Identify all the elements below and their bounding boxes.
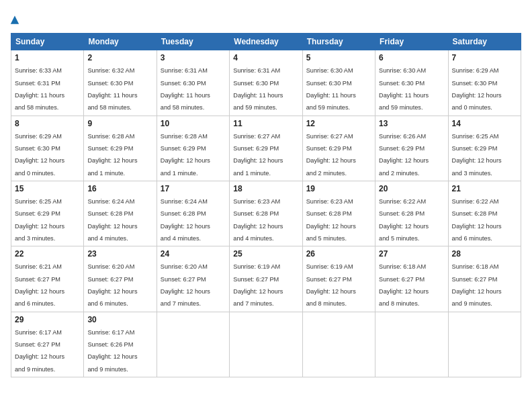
calendar-cell: 17 Sunrise: 6:24 AMSunset: 6:28 PMDaylig…: [157, 181, 229, 246]
day-number: 17: [161, 184, 226, 193]
calendar-cell: 14 Sunrise: 6:25 AMSunset: 6:29 PMDaylig…: [448, 116, 521, 181]
day-number: 26: [306, 249, 371, 259]
day-info: Sunrise: 6:26 AMSunset: 6:29 PMDaylight:…: [379, 133, 429, 177]
day-number: 5: [306, 53, 371, 62]
day-number: 9: [87, 119, 152, 128]
calendar-cell: 4 Sunrise: 6:31 AMSunset: 6:30 PMDayligh…: [230, 50, 302, 116]
calendar-cell: 12 Sunrise: 6:27 AMSunset: 6:29 PMDaylig…: [302, 116, 375, 181]
calendar-cell: 3 Sunrise: 6:31 AMSunset: 6:30 PMDayligh…: [157, 50, 229, 116]
calendar-cell: 29 Sunrise: 6:17 AMSunset: 6:27 PMDaylig…: [11, 312, 84, 377]
weekday-header-wednesday: Wednesday: [230, 34, 302, 50]
day-info: Sunrise: 6:24 AMSunset: 6:28 PMDaylight:…: [161, 198, 210, 242]
calendar-cell: 21 Sunrise: 6:22 AMSunset: 6:28 PMDaylig…: [448, 181, 521, 246]
calendar-cell: [302, 312, 375, 377]
day-number: 19: [306, 184, 371, 193]
day-info: Sunrise: 6:29 AMSunset: 6:30 PMDaylight:…: [452, 67, 502, 111]
day-number: 18: [233, 184, 298, 193]
day-number: 3: [161, 53, 226, 62]
calendar-cell: [157, 312, 229, 377]
weekday-header-sunday: Sunday: [11, 34, 84, 50]
day-number: 15: [15, 184, 80, 193]
header: ▴: [11, 11, 521, 28]
day-info: Sunrise: 6:30 AMSunset: 6:30 PMDaylight:…: [306, 67, 356, 111]
day-number: 8: [15, 119, 80, 128]
day-info: Sunrise: 6:20 AMSunset: 6:27 PMDaylight:…: [87, 263, 137, 307]
day-info: Sunrise: 6:21 AMSunset: 6:27 PMDaylight:…: [15, 263, 64, 307]
day-number: 27: [379, 249, 444, 259]
calendar-cell: 24 Sunrise: 6:20 AMSunset: 6:27 PMDaylig…: [157, 246, 229, 312]
calendar-cell: 5 Sunrise: 6:30 AMSunset: 6:30 PMDayligh…: [302, 50, 375, 116]
calendar-cell: 26 Sunrise: 6:19 AMSunset: 6:27 PMDaylig…: [302, 246, 375, 312]
day-info: Sunrise: 6:25 AMSunset: 6:29 PMDaylight:…: [15, 198, 64, 242]
logo-bird-icon: ▴: [11, 11, 18, 28]
day-number: 29: [15, 315, 80, 324]
day-info: Sunrise: 6:32 AMSunset: 6:30 PMDaylight:…: [87, 67, 137, 111]
logo: ▴: [11, 11, 18, 28]
day-number: 14: [452, 119, 517, 128]
day-number: 24: [161, 249, 226, 259]
weekday-header-tuesday: Tuesday: [157, 34, 229, 50]
day-info: Sunrise: 6:17 AMSunset: 6:26 PMDaylight:…: [87, 329, 137, 373]
calendar-cell: 7 Sunrise: 6:29 AMSunset: 6:30 PMDayligh…: [448, 50, 521, 116]
calendar-cell: 16 Sunrise: 6:24 AMSunset: 6:28 PMDaylig…: [84, 181, 157, 246]
day-info: Sunrise: 6:27 AMSunset: 6:29 PMDaylight:…: [233, 133, 283, 177]
day-number: 22: [15, 249, 80, 259]
calendar-cell: 20 Sunrise: 6:22 AMSunset: 6:28 PMDaylig…: [375, 181, 448, 246]
day-number: 1: [15, 53, 80, 62]
calendar-cell: 18 Sunrise: 6:23 AMSunset: 6:28 PMDaylig…: [230, 181, 302, 246]
day-info: Sunrise: 6:17 AMSunset: 6:27 PMDaylight:…: [15, 329, 64, 373]
calendar-row: 29 Sunrise: 6:17 AMSunset: 6:27 PMDaylig…: [11, 312, 521, 377]
day-info: Sunrise: 6:31 AMSunset: 6:30 PMDaylight:…: [161, 67, 210, 111]
day-number: 12: [306, 119, 371, 128]
day-number: 10: [161, 119, 226, 128]
day-info: Sunrise: 6:22 AMSunset: 6:28 PMDaylight:…: [379, 198, 429, 242]
calendar-cell: 8 Sunrise: 6:29 AMSunset: 6:30 PMDayligh…: [11, 116, 84, 181]
calendar-cell: 23 Sunrise: 6:20 AMSunset: 6:27 PMDaylig…: [84, 246, 157, 312]
calendar-cell: 10 Sunrise: 6:28 AMSunset: 6:29 PMDaylig…: [157, 116, 229, 181]
day-number: 2: [87, 53, 152, 62]
weekday-header-saturday: Saturday: [448, 34, 521, 50]
day-number: 25: [233, 249, 298, 259]
day-info: Sunrise: 6:30 AMSunset: 6:30 PMDaylight:…: [379, 67, 429, 111]
day-number: 30: [87, 315, 152, 324]
calendar-cell: 1 Sunrise: 6:33 AMSunset: 6:31 PMDayligh…: [11, 50, 84, 116]
day-info: Sunrise: 6:25 AMSunset: 6:29 PMDaylight:…: [452, 133, 502, 177]
page: ▴ SundayMondayTuesdayWednesdayThursdayFr…: [0, 0, 532, 411]
day-number: 23: [87, 249, 152, 259]
calendar-row: 1 Sunrise: 6:33 AMSunset: 6:31 PMDayligh…: [11, 50, 521, 116]
day-info: Sunrise: 6:28 AMSunset: 6:29 PMDaylight:…: [87, 133, 137, 177]
day-info: Sunrise: 6:27 AMSunset: 6:29 PMDaylight:…: [306, 133, 356, 177]
weekday-header-row: SundayMondayTuesdayWednesdayThursdayFrid…: [11, 34, 521, 50]
calendar-cell: 19 Sunrise: 6:23 AMSunset: 6:28 PMDaylig…: [302, 181, 375, 246]
day-number: 11: [233, 119, 298, 128]
day-info: Sunrise: 6:23 AMSunset: 6:28 PMDaylight:…: [306, 198, 356, 242]
calendar-row: 8 Sunrise: 6:29 AMSunset: 6:30 PMDayligh…: [11, 116, 521, 181]
day-number: 16: [87, 184, 152, 193]
day-info: Sunrise: 6:33 AMSunset: 6:31 PMDaylight:…: [15, 67, 64, 111]
calendar-cell: 2 Sunrise: 6:32 AMSunset: 6:30 PMDayligh…: [84, 50, 157, 116]
calendar-cell: 28 Sunrise: 6:18 AMSunset: 6:27 PMDaylig…: [448, 246, 521, 312]
calendar-cell: 25 Sunrise: 6:19 AMSunset: 6:27 PMDaylig…: [230, 246, 302, 312]
day-number: 6: [379, 53, 444, 62]
day-number: 28: [452, 249, 517, 259]
day-number: 20: [379, 184, 444, 193]
calendar-cell: 11 Sunrise: 6:27 AMSunset: 6:29 PMDaylig…: [230, 116, 302, 181]
calendar-table: SundayMondayTuesdayWednesdayThursdayFrid…: [11, 33, 521, 377]
day-number: 4: [233, 53, 298, 62]
calendar-cell: [448, 312, 521, 377]
weekday-header-thursday: Thursday: [302, 34, 375, 50]
calendar-cell: 22 Sunrise: 6:21 AMSunset: 6:27 PMDaylig…: [11, 246, 84, 312]
calendar-cell: [375, 312, 448, 377]
calendar-cell: [230, 312, 302, 377]
day-info: Sunrise: 6:20 AMSunset: 6:27 PMDaylight:…: [161, 263, 210, 307]
calendar-cell: 15 Sunrise: 6:25 AMSunset: 6:29 PMDaylig…: [11, 181, 84, 246]
day-number: 21: [452, 184, 517, 193]
calendar-row: 22 Sunrise: 6:21 AMSunset: 6:27 PMDaylig…: [11, 246, 521, 312]
day-info: Sunrise: 6:18 AMSunset: 6:27 PMDaylight:…: [452, 263, 502, 307]
calendar-cell: 30 Sunrise: 6:17 AMSunset: 6:26 PMDaylig…: [84, 312, 157, 377]
calendar-cell: 9 Sunrise: 6:28 AMSunset: 6:29 PMDayligh…: [84, 116, 157, 181]
calendar-cell: 13 Sunrise: 6:26 AMSunset: 6:29 PMDaylig…: [375, 116, 448, 181]
day-info: Sunrise: 6:19 AMSunset: 6:27 PMDaylight:…: [233, 263, 283, 307]
calendar-row: 15 Sunrise: 6:25 AMSunset: 6:29 PMDaylig…: [11, 181, 521, 246]
day-info: Sunrise: 6:19 AMSunset: 6:27 PMDaylight:…: [306, 263, 356, 307]
